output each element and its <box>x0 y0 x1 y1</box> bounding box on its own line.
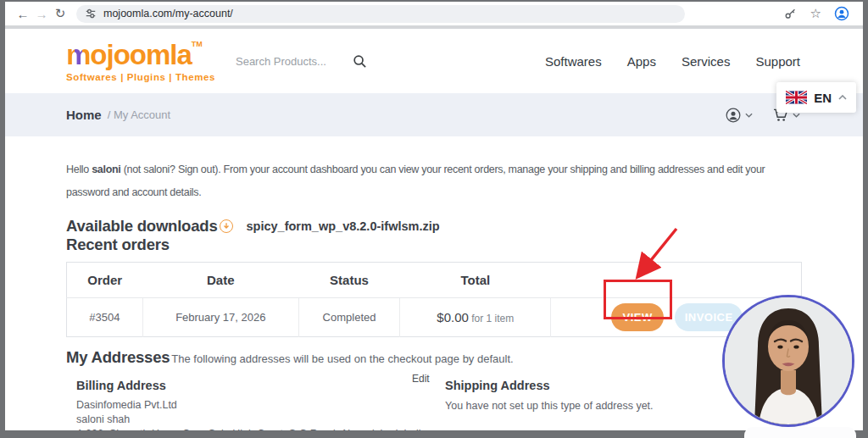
col-total: Total <box>400 263 551 298</box>
search-input[interactable] <box>234 54 353 69</box>
profile-avatar-icon[interactable] <box>834 6 849 21</box>
download-icon <box>220 219 233 233</box>
reload-icon[interactable]: ↻ <box>51 6 70 21</box>
nav-item-support[interactable]: Support <box>755 54 800 69</box>
my-addresses-section: My Addresses The following addresses wil… <box>66 348 802 430</box>
billing-address: Billing Address Dasinfomedia Pvt.Ltd sal… <box>76 379 432 430</box>
address-bar[interactable]: mojoomla.com/my-account/ <box>76 5 685 23</box>
user-account-icon <box>725 107 742 124</box>
sign-out-link[interactable]: Sign out <box>178 164 214 175</box>
download-file-link[interactable]: spicy_form_wp_v8.2.0-ifwlsm.zip <box>247 219 440 233</box>
order-date: February 17, 2026 <box>142 298 298 337</box>
chevron-down-icon <box>793 113 800 118</box>
logo-tm: TM <box>192 40 203 48</box>
col-status: Status <box>298 263 400 298</box>
username: saloni <box>92 164 120 175</box>
screenshot-frame: ← → ↻ mojoomla.com/my-account/ ☆ <box>0 0 868 438</box>
language-label: EN <box>814 91 832 105</box>
presenter-portrait <box>725 297 852 424</box>
product-search <box>234 54 367 69</box>
addresses-title: My Addresses <box>66 348 170 367</box>
main-nav: Softwares Apps Services Support <box>545 54 800 69</box>
webcam-overlay <box>722 295 854 427</box>
col-order: Order <box>67 263 143 298</box>
uk-flag-icon <box>786 91 807 104</box>
chevron-down-icon <box>745 113 753 118</box>
order-status: Completed <box>298 298 400 337</box>
breadcrumb-band: Home / My Account <box>5 93 863 136</box>
search-icon[interactable] <box>353 54 367 69</box>
account-menu[interactable] <box>725 107 753 124</box>
orders-table: Order Date Status Total #3504 February 1… <box>66 262 802 337</box>
bookmark-star-icon[interactable]: ☆ <box>810 6 821 21</box>
addresses-subtitle: The following addresses will be used on … <box>171 352 513 365</box>
billing-line: A 206, Shapath Hexa, Opp. Sola High Cour… <box>76 427 432 430</box>
nav-item-apps[interactable]: Apps <box>627 54 656 69</box>
order-total: $0.00 for 1 item <box>400 298 551 337</box>
nav-item-services[interactable]: Services <box>682 54 731 69</box>
language-selector[interactable]: EN <box>776 82 856 113</box>
order-number: #3504 <box>67 298 143 337</box>
recent-orders-title: Recent orders <box>66 236 802 254</box>
downloads-title: Available downloads <box>66 217 218 236</box>
breadcrumb-home-link[interactable]: Home <box>66 108 102 122</box>
recorder-panel <box>744 427 856 438</box>
billing-address-title: Billing Address <box>76 379 432 392</box>
chevron-up-icon <box>838 95 847 100</box>
billing-line: saloni shah <box>76 413 432 427</box>
col-date: Date <box>142 263 298 298</box>
logo-tagline: Softwares | Plugins | Themes <box>66 72 215 82</box>
breadcrumb: / My Account <box>108 108 170 121</box>
logo-wordmark: mojoomlaTM <box>66 41 215 69</box>
nav-item-softwares[interactable]: Softwares <box>545 54 602 69</box>
site-header: mojoomlaTM Softwares | Plugins | Themes … <box>5 29 863 93</box>
site-settings-icon[interactable] <box>85 8 97 19</box>
annotation-arrow <box>620 225 683 281</box>
url-text: mojoomla.com/my-account/ <box>103 8 233 19</box>
forward-icon[interactable]: → <box>32 7 51 21</box>
shipping-address-title: Shipping Address <box>445 379 654 392</box>
annotation-highlight-box <box>604 280 672 319</box>
order-row: #3504 February 17, 2026 Completed $0.00 … <box>67 298 802 337</box>
available-downloads-row: Available downloads spicy_form_wp_v8.2.0… <box>66 217 802 236</box>
edit-address-link[interactable]: Edit <box>412 373 430 385</box>
browser-toolbar: ← → ↻ mojoomla.com/my-account/ ☆ <box>5 2 863 25</box>
shipping-address: Shipping Address You have not set up thi… <box>445 379 654 430</box>
shipping-empty-text: You have not set up this type of address… <box>445 400 654 412</box>
back-icon[interactable]: ← <box>14 7 32 21</box>
greeting-text: Hello saloni (not saloni? Sign out). Fro… <box>66 158 802 204</box>
password-key-icon[interactable] <box>783 7 798 21</box>
orders-header-row: Order Date Status Total <box>67 263 802 298</box>
mojoomla-logo[interactable]: mojoomlaTM Softwares | Plugins | Themes <box>66 41 215 82</box>
billing-line: Dasinfomedia Pvt.Ltd <box>76 398 432 413</box>
